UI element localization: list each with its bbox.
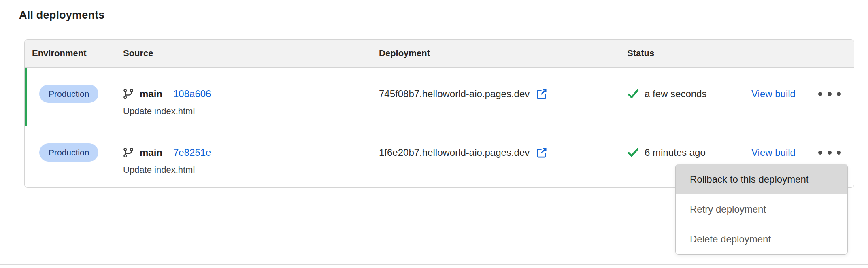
- commit-message: Update index.html: [123, 164, 379, 176]
- cell-source: main 108a606 Update index.html: [116, 68, 379, 126]
- deployment-url: 745f08b7.helloworld-aio.pages.dev: [379, 88, 530, 100]
- status-time: 6 minutes ago: [645, 147, 706, 158]
- menu-item-retry[interactable]: Retry deployment: [676, 194, 847, 224]
- cell-source: main 7e8251e Update index.html: [116, 126, 379, 187]
- table-header-row: Environment Source Deployment Status: [25, 40, 854, 68]
- row-actions-menu-button[interactable]: [817, 89, 842, 98]
- page-title: All deployments: [19, 9, 105, 21]
- success-check-icon: [627, 88, 639, 100]
- branch-name: main: [140, 88, 162, 100]
- col-header-status: Status: [620, 48, 854, 59]
- external-link-icon[interactable]: [536, 88, 548, 100]
- external-link-icon[interactable]: [536, 147, 548, 159]
- row-actions-menu-button[interactable]: [817, 148, 842, 157]
- deployment-url: 1f6e20b7.helloworld-aio.pages.dev: [379, 147, 530, 158]
- ellipsis-icon: [818, 151, 822, 155]
- menu-item-rollback[interactable]: Rollback to this deployment: [676, 164, 847, 194]
- success-check-icon: [627, 147, 639, 158]
- col-header-environment: Environment: [25, 48, 116, 59]
- git-branch-icon: [123, 147, 134, 158]
- cell-environment: Production: [25, 68, 116, 126]
- section-divider: [0, 264, 868, 265]
- commit-message: Update index.html: [123, 106, 379, 117]
- cell-environment: Production: [25, 126, 116, 187]
- col-header-deployment: Deployment: [379, 48, 620, 59]
- environment-badge: Production: [39, 143, 98, 162]
- current-deployment-indicator: [25, 68, 27, 126]
- deployment-row-current: Production main 108a606 Update index.htm…: [25, 68, 854, 126]
- deployment-actions-menu: Rollback to this deployment Retry deploy…: [675, 164, 848, 255]
- commit-hash-link[interactable]: 7e8251e: [173, 147, 211, 158]
- menu-item-delete[interactable]: Delete deployment: [676, 224, 847, 254]
- cell-deployment: 745f08b7.helloworld-aio.pages.dev: [379, 68, 620, 126]
- ellipsis-icon: [818, 92, 822, 96]
- view-build-link[interactable]: View build: [751, 147, 796, 158]
- col-header-source: Source: [116, 48, 379, 59]
- cell-status: a few seconds View build: [620, 68, 854, 126]
- branch-name: main: [140, 147, 162, 158]
- commit-hash-link[interactable]: 108a606: [173, 88, 211, 100]
- cell-deployment: 1f6e20b7.helloworld-aio.pages.dev: [379, 126, 620, 187]
- view-build-link[interactable]: View build: [751, 88, 796, 100]
- environment-badge: Production: [39, 85, 98, 103]
- git-branch-icon: [123, 89, 134, 99]
- status-time: a few seconds: [645, 88, 706, 100]
